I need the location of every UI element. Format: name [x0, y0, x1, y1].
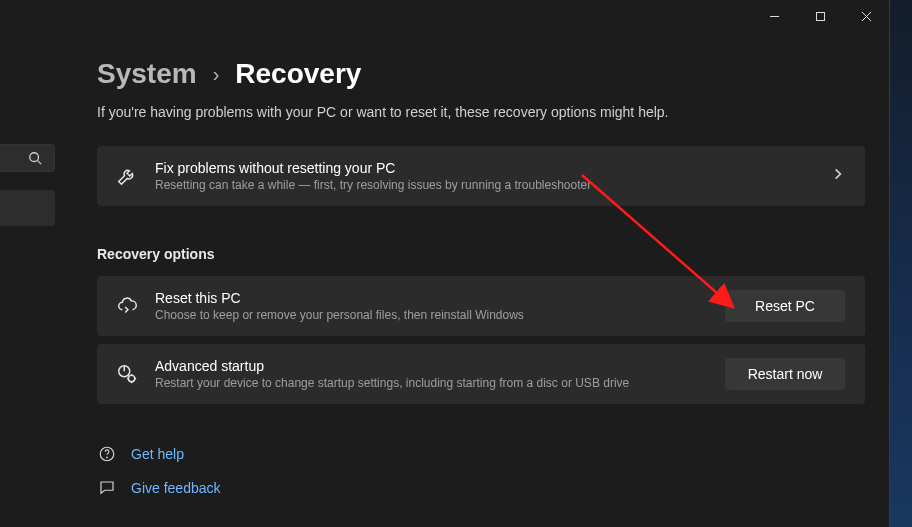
cloud-reset-icon [113, 292, 141, 320]
content-area: System › Recovery If you're having probl… [97, 58, 865, 527]
get-help-link[interactable]: Get help [97, 444, 865, 464]
page-title: Recovery [235, 58, 361, 90]
troubleshooter-card[interactable]: Fix problems without resetting your PC R… [97, 146, 865, 206]
advanced-startup-desc: Restart your device to change startup se… [155, 376, 713, 390]
advanced-startup-title: Advanced startup [155, 358, 713, 374]
wrench-icon [113, 162, 141, 190]
page-subtitle: If you're having problems with your PC o… [97, 104, 865, 120]
recovery-options-heading: Recovery options [97, 246, 865, 262]
close-button[interactable] [843, 0, 889, 32]
footer-links: Get help Give feedback [97, 444, 865, 498]
help-icon [97, 444, 117, 464]
get-help-label: Get help [131, 446, 184, 462]
titlebar [751, 0, 889, 32]
breadcrumb: System › Recovery [97, 58, 865, 90]
sidebar-search[interactable] [0, 144, 55, 172]
troubleshooter-desc: Resetting can take a while — first, try … [155, 178, 819, 192]
chevron-right-icon [831, 167, 845, 185]
maximize-button[interactable] [797, 0, 843, 32]
reset-pc-desc: Choose to keep or remove your personal f… [155, 308, 713, 322]
search-icon [28, 151, 42, 165]
minimize-button[interactable] [751, 0, 797, 32]
svg-point-8 [128, 375, 134, 381]
svg-point-14 [107, 457, 108, 458]
desktop-slice [890, 0, 912, 527]
feedback-icon [97, 478, 117, 498]
reset-pc-title: Reset this PC [155, 290, 713, 306]
sidebar-item-stub[interactable] [0, 190, 55, 226]
svg-rect-1 [816, 12, 824, 20]
troubleshooter-title: Fix problems without resetting your PC [155, 160, 819, 176]
restart-now-button[interactable]: Restart now [725, 358, 845, 390]
svg-point-4 [30, 153, 39, 162]
chevron-right-icon: › [213, 63, 220, 86]
reset-pc-card: Reset this PC Choose to keep or remove y… [97, 276, 865, 336]
settings-window: System › Recovery If you're having probl… [0, 0, 890, 527]
breadcrumb-parent[interactable]: System [97, 58, 197, 90]
power-gear-icon [113, 360, 141, 388]
reset-pc-button[interactable]: Reset PC [725, 290, 845, 322]
give-feedback-label: Give feedback [131, 480, 221, 496]
svg-line-5 [38, 161, 42, 165]
give-feedback-link[interactable]: Give feedback [97, 478, 865, 498]
advanced-startup-card: Advanced startup Restart your device to … [97, 344, 865, 404]
